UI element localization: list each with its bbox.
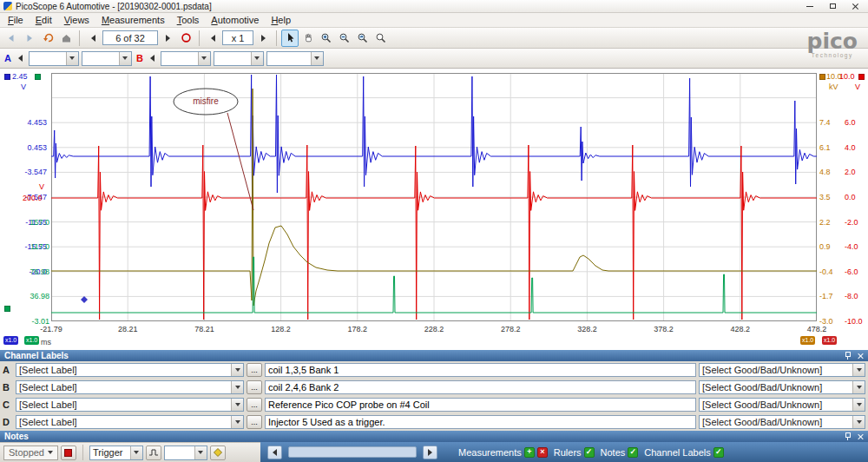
- close-panel-icon[interactable]: [857, 433, 864, 440]
- dropdown-button[interactable]: [852, 416, 865, 428]
- channel-d-axis-handle-top[interactable]: [35, 74, 41, 80]
- channel-a-more-button[interactable]: ...: [247, 363, 262, 377]
- notes-toggle-icon[interactable]: ✓: [628, 447, 638, 458]
- buffer-overview-button[interactable]: [177, 30, 194, 47]
- channel-d-label-input[interactable]: [265, 415, 696, 429]
- delete-measurement-icon[interactable]: ×: [537, 447, 548, 458]
- zoom-increase-button[interactable]: [254, 30, 272, 47]
- trigger-marker[interactable]: [81, 296, 88, 303]
- restore-button[interactable]: [823, 1, 842, 12]
- channel-b-coupling-select[interactable]: [214, 51, 264, 66]
- menu-measurements[interactable]: Measurements: [95, 14, 171, 26]
- trigger-mode-select[interactable]: Trigger: [89, 446, 143, 460]
- previous-buffer-button[interactable]: [84, 30, 102, 47]
- pointer-tool-button[interactable]: [281, 30, 299, 47]
- pin-icon[interactable]: [844, 352, 852, 360]
- channel-c-axis-handle[interactable]: [819, 74, 825, 80]
- trigger-settings-button[interactable]: [146, 446, 161, 460]
- dropdown-button[interactable]: [194, 446, 207, 459]
- undo-zoom-button[interactable]: [354, 30, 372, 47]
- channel-b-label-select[interactable]: [Select Label]: [16, 380, 244, 394]
- channel-a-axis-handle[interactable]: [4, 74, 10, 80]
- channel-b-more-button[interactable]: ...: [247, 380, 262, 394]
- axis-b-scale-chip[interactable]: x1.0: [822, 336, 837, 345]
- undo-button[interactable]: [39, 30, 56, 47]
- dropdown-button[interactable]: [852, 399, 865, 411]
- channel-d-more-button[interactable]: ...: [247, 415, 262, 429]
- channel-a-range-select[interactable]: [29, 51, 79, 66]
- rulers-button[interactable]: Rulers ✓: [554, 447, 595, 458]
- buffer-scroll-track[interactable]: [288, 446, 417, 458]
- channel-c-label-input[interactable]: [265, 398, 696, 412]
- back-view-button[interactable]: [3, 30, 20, 47]
- channel-d-label-select[interactable]: [Select Label]: [16, 415, 244, 429]
- dropdown-button[interactable]: [231, 399, 243, 411]
- scope-view[interactable]: misfire4.4530.453-3.547-7.547-11.55-15.5…: [0, 69, 868, 350]
- dropdown-button[interactable]: [198, 52, 210, 65]
- channel-d-axis-handle-bottom[interactable]: [4, 306, 10, 312]
- axis-d-scale-chip[interactable]: x1.0: [24, 336, 39, 345]
- capture-state-button[interactable]: Stopped: [3, 446, 58, 460]
- zoom-decrease-button[interactable]: [204, 30, 221, 47]
- close-button[interactable]: [845, 1, 865, 12]
- channel-d-quality-select[interactable]: [Select Good/Bad/Unknown]: [699, 415, 865, 429]
- trigger-marker-button[interactable]: [210, 446, 226, 460]
- channel-labels-button[interactable]: Channel Labels ✓: [644, 447, 723, 458]
- next-buffer-button[interactable]: [159, 30, 176, 47]
- channel-b-axis-handle[interactable]: [858, 74, 865, 80]
- menu-tools[interactable]: Tools: [171, 14, 206, 26]
- menu-automotive[interactable]: Automotive: [205, 14, 265, 26]
- menu-views[interactable]: Views: [58, 14, 95, 26]
- dropdown-button[interactable]: [852, 364, 865, 376]
- channel-a-quality-select[interactable]: [Select Good/Bad/Unknown]: [699, 363, 865, 377]
- dropdown-button[interactable]: [130, 446, 142, 459]
- channel-a-collapse-button[interactable]: [16, 50, 26, 67]
- channel-b-quality-select[interactable]: [Select Good/Bad/Unknown]: [699, 380, 865, 394]
- dropdown-button[interactable]: [852, 381, 865, 393]
- measurements-button[interactable]: Measurements + ×: [458, 447, 548, 458]
- waveform-plot[interactable]: misfire: [51, 73, 817, 321]
- buffer-position-box[interactable]: 6 of 32: [102, 30, 158, 45]
- zoom-factor-box[interactable]: x 1: [222, 30, 253, 45]
- rulers-toggle-icon[interactable]: ✓: [584, 447, 595, 458]
- axis-a-scale-chip[interactable]: x1.0: [3, 336, 18, 345]
- dropdown-button[interactable]: [66, 52, 78, 65]
- buffer-scroll-right-button[interactable]: [423, 446, 437, 459]
- close-panel-icon[interactable]: [857, 353, 864, 360]
- channel-b-collapse-button[interactable]: [148, 50, 158, 67]
- trigger-channel-select[interactable]: [164, 446, 207, 460]
- zoom-full-button[interactable]: [372, 30, 390, 47]
- channel-c-label-select[interactable]: [Select Label]: [16, 398, 244, 412]
- hand-tool-button[interactable]: [299, 30, 317, 47]
- probe-select[interactable]: [266, 51, 324, 66]
- channel-b-range-select[interactable]: [161, 51, 211, 66]
- menu-help[interactable]: Help: [265, 14, 297, 26]
- dropdown-button[interactable]: [311, 52, 323, 65]
- stop-button[interactable]: [61, 446, 76, 460]
- channel-b-label-input[interactable]: [265, 380, 696, 394]
- dropdown-button[interactable]: [119, 52, 131, 65]
- add-measurement-icon[interactable]: +: [524, 447, 535, 458]
- notes-button[interactable]: Notes ✓: [601, 447, 639, 458]
- zoom-in-tool-button[interactable]: [318, 30, 335, 47]
- pin-icon[interactable]: [844, 432, 852, 440]
- dropdown-button[interactable]: [231, 381, 243, 393]
- dropdown-button[interactable]: [231, 416, 243, 428]
- channel-a-label-select[interactable]: [Select Label]: [16, 363, 244, 377]
- dropdown-button[interactable]: [231, 364, 243, 376]
- minimize-button[interactable]: [800, 1, 819, 12]
- channel-a-coupling-select[interactable]: [82, 51, 132, 66]
- buffer-scroll-left-button[interactable]: [267, 446, 282, 459]
- channel-a-label-input[interactable]: [265, 363, 696, 377]
- misfire-annotation[interactable]: misfire: [174, 89, 253, 210]
- dropdown-button[interactable]: [251, 52, 263, 65]
- forward-view-button[interactable]: [21, 30, 38, 47]
- channel-labels-toggle-icon[interactable]: ✓: [713, 447, 724, 458]
- channel-c-quality-select[interactable]: [Select Good/Bad/Unknown]: [699, 398, 865, 412]
- zoom-out-tool-button[interactable]: [336, 30, 353, 47]
- axis-c-scale-chip[interactable]: x1.0: [800, 336, 815, 345]
- channel-c-more-button[interactable]: ...: [247, 398, 262, 412]
- menu-edit[interactable]: Edit: [30, 14, 58, 26]
- menu-file[interactable]: File: [2, 14, 30, 26]
- home-view-button[interactable]: [57, 30, 75, 47]
